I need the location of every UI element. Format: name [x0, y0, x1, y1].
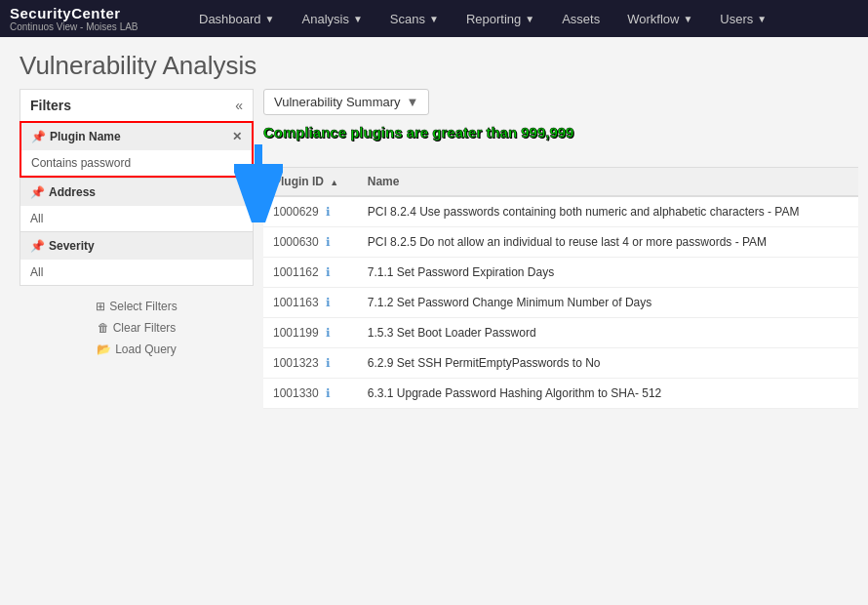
dropdown-caret-icon: ▼: [407, 95, 419, 109]
sort-icon-plugin-id[interactable]: ▲: [330, 178, 338, 187]
nav-assets[interactable]: Assets: [548, 0, 613, 37]
content-toolbar: Vulnerability Summary ▼: [263, 89, 858, 115]
alert-message: Compliance plugins are greater than 999,…: [263, 123, 858, 142]
plugin-id-value: 1001330: [273, 386, 319, 400]
plugin-id-value: 1001199: [273, 326, 319, 340]
brand-title: SecurityCenter: [10, 5, 166, 21]
cell-plugin-name: 6.3.1 Upgrade Password Hashing Algorithm…: [358, 378, 858, 408]
pin-icon-severity: 📌: [30, 239, 45, 253]
table-row: 1000629 ℹ PCI 8.2.4 Use passwords contai…: [263, 196, 858, 227]
pin-icon-address: 📌: [30, 185, 45, 199]
filter-severity-value: All: [20, 260, 253, 285]
brand-logo: SecurityCenter Continuos View - Moises L…: [10, 0, 166, 37]
table-row: 1001163 ℹ 7.1.2 Set Password Change Mini…: [263, 287, 858, 317]
filter-address-block: 📌 Address All: [20, 178, 254, 231]
cell-plugin-id: 1000630 ℹ: [263, 226, 358, 257]
select-filters-icon: ⊞: [96, 300, 105, 313]
vulnerability-table: Plugin ID ▲ Name 1000629 ℹ PCI 8.2.4 Use…: [263, 167, 858, 409]
load-query-link[interactable]: 📂 Load Query: [97, 343, 177, 356]
brand-subtitle: Continuos View - Moises LAB: [10, 21, 166, 32]
vulnerability-summary-dropdown[interactable]: Vulnerability Summary ▼: [263, 89, 429, 115]
info-icon[interactable]: ℹ: [326, 296, 331, 309]
filter-actions: ⊞ Select Filters 🗑 Clear Filters 📂 Load …: [20, 286, 254, 370]
cell-plugin-name: 1.5.3 Set Boot Loader Password: [358, 317, 858, 347]
blue-arrow-svg: [234, 144, 283, 222]
load-query-label: Load Query: [115, 343, 177, 356]
table-row: 1001330 ℹ 6.3.1 Upgrade Password Hashing…: [263, 378, 858, 408]
info-icon[interactable]: ℹ: [326, 235, 331, 249]
clear-filters-label: Clear Filters: [113, 321, 177, 335]
cell-plugin-id: 1001323 ℹ: [263, 347, 358, 378]
nav-workflow[interactable]: Workflow ▼: [613, 0, 706, 37]
filter-address-value: All: [20, 206, 253, 231]
content-area: Vulnerability Summary ▼ Compliance plugi…: [263, 89, 858, 409]
nav-dashboard[interactable]: Dashboard ▼: [185, 0, 289, 37]
table-row: 1000630 ℹ PCI 8.2.5 Do not allow an indi…: [263, 226, 858, 257]
plugin-id-value: 1001163: [273, 296, 319, 309]
col-name: Name: [358, 167, 858, 196]
info-icon[interactable]: ℹ: [326, 386, 331, 400]
nav-users[interactable]: Users ▼: [706, 0, 780, 37]
plugin-id-value: 1001323: [273, 356, 319, 370]
info-icon[interactable]: ℹ: [326, 326, 331, 340]
plugin-id-value: 1000630: [273, 235, 319, 249]
filters-panel: Filters « 📌 Plugin Name ✕ Contains passw…: [20, 89, 254, 409]
nav-scans[interactable]: Scans ▼: [376, 0, 453, 37]
cell-plugin-name: 6.2.9 Set SSH PermitEmptyPasswords to No: [358, 347, 858, 378]
clear-filters-link[interactable]: 🗑 Clear Filters: [98, 321, 177, 335]
pin-icon-plugin: 📌: [31, 130, 46, 143]
cell-plugin-id: 1001162 ℹ: [263, 257, 358, 287]
clear-filters-icon: 🗑: [98, 321, 109, 335]
nav-analysis[interactable]: Analysis ▼: [289, 0, 376, 37]
filter-plugin-name-header: 📌 Plugin Name ✕: [21, 123, 252, 150]
filters-collapse-button[interactable]: «: [235, 98, 243, 113]
filter-address-label: Address: [49, 185, 96, 199]
filter-plugin-name-block: 📌 Plugin Name ✕ Contains password: [20, 121, 254, 178]
filter-severity-label-row: 📌 Severity: [30, 239, 95, 253]
cell-plugin-id: 1001163 ℹ: [263, 287, 358, 317]
filter-severity-label: Severity: [49, 239, 95, 253]
info-icon[interactable]: ℹ: [326, 265, 331, 279]
table-row: 1001199 ℹ 1.5.3 Set Boot Loader Password: [263, 317, 858, 347]
top-navigation: SecurityCenter Continuos View - Moises L…: [0, 0, 868, 37]
cell-plugin-id: 1001199 ℹ: [263, 317, 358, 347]
cell-plugin-name: PCI 8.2.4 Use passwords containing both …: [358, 196, 858, 227]
cell-plugin-id: 1001330 ℹ: [263, 378, 358, 408]
filters-title: Filters: [30, 98, 71, 113]
filter-plugin-name-close[interactable]: ✕: [232, 130, 242, 143]
filter-plugin-name-value: Contains password: [21, 150, 252, 176]
table-row: 1001162 ℹ 7.1.1 Set Password Expiration …: [263, 257, 858, 287]
plugin-id-value: 1001162: [273, 265, 319, 279]
select-filters-label: Select Filters: [109, 300, 177, 313]
load-query-icon: 📂: [97, 343, 111, 356]
filter-severity-header: 📌 Severity: [20, 232, 253, 260]
filter-plugin-name-label-row: 📌 Plugin Name: [31, 130, 121, 143]
cell-plugin-name: 7.1.1 Set Password Expiration Days: [358, 257, 858, 287]
select-filters-link[interactable]: ⊞ Select Filters: [96, 300, 177, 313]
nav-items: Dashboard ▼ Analysis ▼ Scans ▼ Reporting…: [185, 0, 858, 37]
cell-plugin-name: PCI 8.2.5 Do not allow an individual to …: [358, 226, 858, 257]
filter-severity-block: 📌 Severity All: [20, 231, 254, 286]
info-icon[interactable]: ℹ: [326, 356, 331, 370]
main-layout: Filters « 📌 Plugin Name ✕ Contains passw…: [0, 89, 868, 419]
page-title-area: Vulnerability Analysis: [0, 37, 868, 89]
table-header-row: Plugin ID ▲ Name: [263, 167, 858, 196]
info-icon[interactable]: ℹ: [326, 205, 331, 219]
filter-address-header: 📌 Address: [20, 179, 253, 206]
nav-reporting[interactable]: Reporting ▼: [453, 0, 548, 37]
dropdown-label: Vulnerability Summary: [274, 95, 401, 109]
filter-plugin-name-label: Plugin Name: [50, 130, 121, 143]
filters-header: Filters «: [20, 89, 254, 121]
cell-plugin-name: 7.1.2 Set Password Change Minimum Number…: [358, 287, 858, 317]
table-row: 1001323 ℹ 6.2.9 Set SSH PermitEmptyPassw…: [263, 347, 858, 378]
filter-address-label-row: 📌 Address: [30, 185, 96, 199]
page-title: Vulnerability Analysis: [20, 51, 848, 81]
